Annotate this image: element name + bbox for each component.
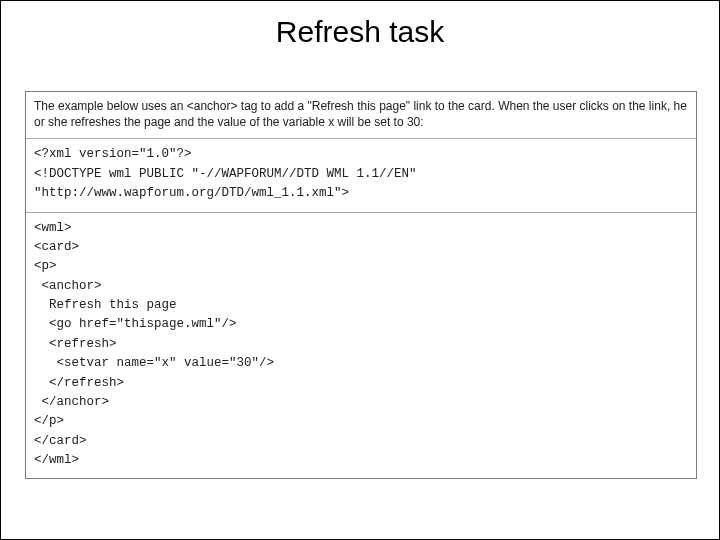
- code-block-body: <wml> <card> <p> <anchor> Refresh this p…: [26, 213, 696, 479]
- slide: Refresh task The example below uses an <…: [0, 0, 720, 540]
- content-box: The example below uses an <anchor> tag t…: [25, 91, 697, 479]
- description-text: The example below uses an <anchor> tag t…: [26, 92, 696, 139]
- code-block-prolog: <?xml version="1.0"?> <!DOCTYPE wml PUBL…: [26, 139, 696, 212]
- page-title: Refresh task: [1, 1, 719, 49]
